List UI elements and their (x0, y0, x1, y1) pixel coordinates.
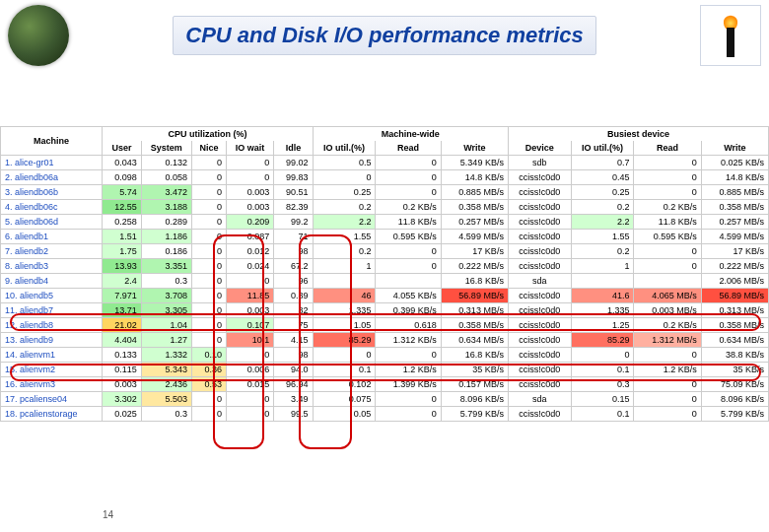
cell-machine[interactable]: 16. alienvm3 (1, 377, 103, 392)
cell-machine[interactable]: 14. alienvm1 (1, 348, 103, 363)
table-row: 16. alienvm30.0032.4360.530.01596.940.10… (1, 377, 769, 392)
col-nice[interactable]: Nice (191, 141, 226, 156)
col-idle[interactable]: Idle (274, 141, 313, 156)
cell-system: 5.503 (141, 392, 191, 407)
page-title: CPU and Disk I/O performance metrics (173, 16, 595, 55)
cell-machine[interactable]: 10. aliendb5 (1, 289, 103, 303)
cell-user: 0.115 (103, 363, 141, 377)
cell-machine[interactable]: 12. aliendb8 (1, 318, 103, 333)
cell-user: 1.75 (103, 244, 141, 259)
cell-nice: 0 (191, 259, 226, 274)
cell-write-mw: 0.358 MB/s (441, 318, 508, 333)
cell-idle: 82.39 (274, 200, 313, 215)
cell-idle: 96.94 (274, 377, 313, 392)
cell-system: 3.351 (141, 259, 191, 274)
cell-device: cciss!c0d0 (508, 200, 571, 215)
cell-machine[interactable]: 4. aliendb06c (1, 200, 103, 215)
cell-system: 0.058 (141, 170, 191, 185)
cell-iowait: 0.003 (227, 185, 274, 200)
cell-iowait: 0.209 (227, 215, 274, 230)
cell-write-mw: 35 KB/s (441, 363, 508, 377)
cell-write-bd: 35 KB/s (701, 363, 768, 377)
cell-device: cciss!c0d0 (508, 215, 571, 230)
cell-write-bd: 0.358 MB/s (701, 200, 768, 215)
cell-write-mw: 0.257 MB/s (441, 215, 508, 230)
col-user[interactable]: User (103, 141, 141, 156)
cell-read-mw: 11.8 KB/s (376, 215, 441, 230)
cell-idle: 94.0 (274, 363, 313, 377)
cell-machine[interactable]: 2. aliendb06a (1, 170, 103, 185)
cell-read-mw: 0.595 KB/s (376, 230, 441, 244)
col-ioutil-mw[interactable]: IO util.(%) (313, 141, 376, 156)
cell-user: 13.71 (103, 303, 141, 318)
cell-machine[interactable]: 15. alienvm2 (1, 363, 103, 377)
cell-device: cciss!c0d0 (508, 244, 571, 259)
col-write-mw[interactable]: Write (441, 141, 508, 156)
cell-machine[interactable]: 5. aliendb06d (1, 215, 103, 230)
cell-idle: 3.49 (274, 392, 313, 407)
cell-iowait: 0 (227, 170, 274, 185)
cell-write-mw: 16.8 KB/s (441, 348, 508, 363)
cell-idle: 90.51 (274, 185, 313, 200)
cell-device: sdb (508, 156, 571, 170)
cell-nice: 0 (191, 318, 226, 333)
cell-nice: 0.36 (191, 363, 226, 377)
cell-write-bd: 0.885 MB/s (701, 185, 768, 200)
cell-user: 7.971 (103, 289, 141, 303)
cell-ioutil-mw: 0.102 (313, 377, 376, 392)
cell-device: cciss!c0d0 (508, 318, 571, 333)
col-device[interactable]: Device (508, 141, 571, 156)
col-read-mw[interactable]: Read (376, 141, 441, 156)
cell-nice: 0 (191, 244, 226, 259)
cell-write-mw: 0.157 MB/s (441, 377, 508, 392)
cell-idle: 67.2 (274, 259, 313, 274)
col-machine[interactable]: Machine (1, 127, 103, 156)
cell-device: cciss!c0d0 (508, 289, 571, 303)
cell-ioutil-bd: 1 (571, 259, 634, 274)
cell-ioutil-mw: 1.335 (313, 303, 376, 318)
cell-write-mw: 0.634 MB/s (441, 333, 508, 348)
cell-nice: 0 (191, 170, 226, 185)
cell-ioutil-mw: 2.2 (313, 215, 376, 230)
cell-write-bd: 56.89 MB/s (701, 289, 768, 303)
cell-iowait: 0.003 (227, 200, 274, 215)
cell-machine[interactable]: 8. aliendb3 (1, 259, 103, 274)
cell-machine[interactable]: 6. aliendb1 (1, 230, 103, 244)
cell-iowait: 0 (227, 156, 274, 170)
table-row: 9. aliendb42.40.3009616.8 KB/ssda2.006 M… (1, 274, 769, 289)
col-iowait[interactable]: IO wait (227, 141, 274, 156)
cell-user: 0.003 (103, 377, 141, 392)
cell-iowait: 0.024 (227, 259, 274, 274)
cell-system: 1.27 (141, 333, 191, 348)
cell-machine[interactable]: 9. aliendb4 (1, 274, 103, 289)
cell-machine[interactable]: 18. pcalienstorage (1, 407, 103, 422)
cell-system: 1.332 (141, 348, 191, 363)
col-write-bd[interactable]: Write (701, 141, 768, 156)
title-wrap: CPU and Disk I/O performance metrics (69, 16, 700, 55)
cell-machine[interactable]: 17. pcaliense04 (1, 392, 103, 407)
cell-read-mw: 0 (376, 185, 441, 200)
cell-read-bd: 0 (634, 377, 701, 392)
col-read-bd[interactable]: Read (634, 141, 701, 156)
table-row: 14. alienvm10.1331.3320.100980016.8 KB/s… (1, 348, 769, 363)
cell-machine[interactable]: 11. aliendb7 (1, 303, 103, 318)
cell-machine[interactable]: 7. aliendb2 (1, 244, 103, 259)
cell-read-bd: 0.2 KB/s (634, 200, 701, 215)
cell-ioutil-mw: 1.05 (313, 318, 376, 333)
group-machine-wide: Machine-wide (313, 127, 508, 142)
cell-ioutil-bd: 85.29 (571, 333, 634, 348)
cell-iowait: 10.1 (227, 333, 274, 348)
col-ioutil-bd[interactable]: IO util.(%) (571, 141, 634, 156)
cell-write-bd: 2.006 MB/s (701, 274, 768, 289)
cell-read-bd (634, 274, 701, 289)
cell-nice: 0 (191, 407, 226, 422)
cell-machine[interactable]: 13. aliendb9 (1, 333, 103, 348)
page-number: 14 (103, 509, 113, 520)
cell-user: 0.025 (103, 407, 141, 422)
cell-write-bd: 38.8 KB/s (701, 348, 768, 363)
cell-write-bd: 17 KB/s (701, 244, 768, 259)
col-system[interactable]: System (141, 141, 191, 156)
cell-machine[interactable]: 3. aliendb06b (1, 185, 103, 200)
table-row: 1. alice-gr010.0430.1320099.020.505.349 … (1, 156, 769, 170)
cell-machine[interactable]: 1. alice-gr01 (1, 156, 103, 170)
